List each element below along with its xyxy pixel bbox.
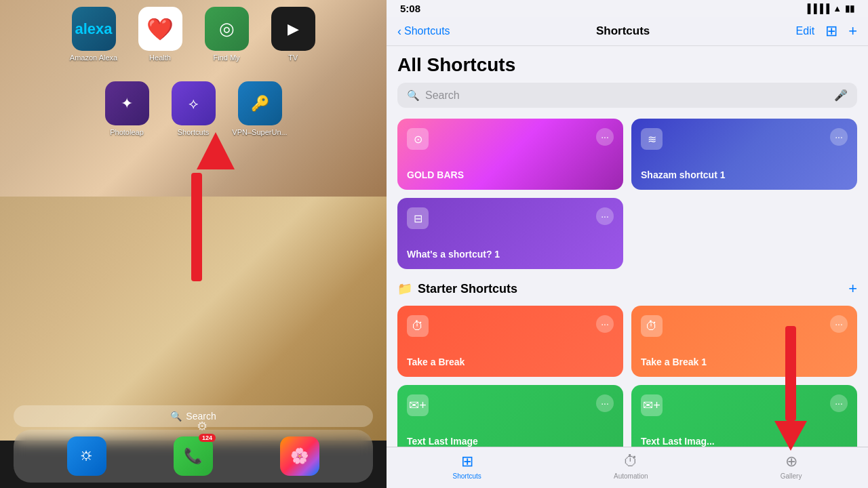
dock-phone[interactable]: 📞 124 (174, 436, 213, 476)
app-findmy[interactable]: ◎ Find My (199, 7, 254, 62)
tab-bar: ⊞ Shortcuts ⏱ Automation ⊕ Gallery (387, 447, 868, 488)
wifi-icon: ▲ (833, 3, 842, 14)
take-break1-icon: ⏱ (641, 315, 663, 337)
shortcuts-tab-label: Shortcuts (453, 472, 481, 480)
phone-dock: ⛭ 📞 124 🌸 (14, 430, 373, 483)
shortcut-text-last-1[interactable]: ✉+ ··· Text Last Imag... (631, 385, 857, 447)
shazam-app-icon: ≋ (641, 128, 663, 150)
shortcuts-panel: 5:08 ▐▐▐▐ ▲ ▮▮ ‹ Shortcuts Shortcuts Edi… (387, 0, 868, 488)
status-time: 5:08 (400, 3, 420, 14)
nav-title: Shortcuts (596, 24, 650, 38)
back-chevron-icon: ‹ (397, 24, 401, 39)
take-break-title: Take a Break (407, 357, 614, 367)
text-last1-more-button[interactable]: ··· (830, 394, 848, 412)
shortcut-take-break-1[interactable]: ⏱ ··· Take a Break 1 (631, 306, 857, 377)
search-icon: 🔍 (407, 89, 420, 102)
shortcut-whats[interactable]: ⊟ ··· What's a shortcut? 1 (397, 198, 623, 269)
phone-search-label: Search (186, 411, 216, 422)
search-bar[interactable]: 🔍 Search 🎤 (397, 83, 857, 108)
compass-icon: ⊙ (414, 133, 422, 146)
search-placeholder: Search (425, 89, 829, 102)
status-icons: ▐▐▐▐ ▲ ▮▮ (804, 3, 854, 14)
red-arrow-down (774, 326, 807, 451)
shortcut-shazam[interactable]: ≋ ··· Shazam shortcut 1 (631, 119, 857, 190)
starter-add-button[interactable]: + (848, 280, 857, 298)
starter-title: Starter Shortcuts (418, 282, 517, 296)
whats-title: What's a shortcut? 1 (407, 249, 614, 260)
tab-shortcuts[interactable]: ⊞ Shortcuts (453, 453, 481, 480)
wave-icon: ≋ (648, 133, 656, 146)
tab-gallery[interactable]: ⊕ Gallery (781, 453, 802, 480)
page-title: All Shortcuts (397, 46, 857, 83)
app-grid-row1: alexa Amazon Alexa ❤️ Health ◎ Find My ▶ (14, 7, 373, 62)
tab-automation[interactable]: ⏱ Automation (614, 453, 648, 480)
whats-app-icon: ⊟ (407, 207, 429, 229)
automation-tab-label: Automation (614, 472, 648, 480)
shortcuts-tab-icon: ⊞ (461, 453, 473, 470)
take-break-more-button[interactable]: ··· (596, 315, 614, 333)
dock-photos[interactable]: 🌸 (280, 436, 319, 476)
starter-header-left: 📁 Starter Shortcuts (397, 281, 517, 296)
shazam-title: Shazam shortcut 1 (641, 169, 848, 180)
text-last-icon: ✉+ (407, 394, 429, 416)
mic-icon[interactable]: 🎤 (834, 89, 848, 102)
phone-search-icon: 🔍 (170, 411, 182, 422)
phone-screenshot: alexa Amazon Alexa ❤️ Health ◎ Find My ▶ (0, 0, 387, 488)
nav-right-actions: Edit ⊞ + (796, 22, 857, 40)
app-health[interactable]: ❤️ Health (133, 7, 187, 62)
gallery-tab-label: Gallery (781, 472, 802, 480)
shortcut-take-break[interactable]: ⏱ ··· Take a Break (397, 306, 623, 377)
shortcut-text-last[interactable]: ✉+ ··· Text Last Image (397, 385, 623, 447)
take-break1-more-button[interactable]: ··· (830, 315, 848, 333)
edit-button[interactable]: Edit (796, 25, 815, 37)
gold-bars-title: GOLD BARS (407, 169, 614, 180)
app-alexa[interactable]: alexa Amazon Alexa (66, 7, 121, 62)
status-bar: 5:08 ▐▐▐▐ ▲ ▮▮ (387, 0, 868, 17)
app-photoleap[interactable]: ✦ Photoleap (100, 81, 154, 136)
app-grid-row2: ✦ Photoleap ⟡ Shortcuts 🔑 VPN–SuperUn... (14, 81, 373, 136)
gold-bars-more-button[interactable]: ··· (596, 128, 614, 146)
shazam-more-button[interactable]: ··· (830, 128, 848, 146)
app-vpn[interactable]: 🔑 VPN–SuperUn... (233, 81, 287, 136)
gold-bars-app-icon: ⊙ (407, 128, 429, 150)
whats-more-button[interactable]: ··· (596, 207, 614, 225)
shortcut-gold-bars[interactable]: ⊙ ··· GOLD BARS (397, 119, 623, 190)
starter-shortcuts-header: 📁 Starter Shortcuts + (397, 280, 857, 298)
gallery-tab-icon: ⊕ (785, 453, 797, 470)
take-break1-title: Take a Break 1 (641, 357, 848, 367)
nav-back-label: Shortcuts (404, 25, 450, 37)
text-last1-icon: ✉+ (641, 394, 663, 416)
app-shortcuts[interactable]: ⟡ Shortcuts (166, 81, 220, 136)
nav-back[interactable]: ‹ Shortcuts (397, 24, 450, 39)
stack-icon: ⊟ (414, 212, 422, 225)
add-shortcut-button[interactable]: + (848, 22, 857, 40)
timer-icon-2: ⏱ (646, 319, 658, 333)
battery-icon: ▮▮ (845, 3, 854, 14)
take-break-icon: ⏱ (407, 315, 429, 337)
grid-view-button[interactable]: ⊞ (825, 22, 837, 40)
text-last-title: Text Last Image (407, 436, 614, 447)
message-plus-icon-2: ✉+ (643, 398, 660, 413)
text-last-more-button[interactable]: ··· (596, 394, 614, 412)
phone-badge: 124 (199, 434, 216, 442)
starter-folder-icon: 📁 (397, 281, 412, 296)
dock-safari[interactable]: ⛭ (67, 436, 106, 476)
signal-bars-icon: ▐▐▐▐ (804, 3, 829, 14)
nav-bar: ‹ Shortcuts Shortcuts Edit ⊞ + (387, 17, 868, 46)
automation-tab-icon: ⏱ (623, 453, 638, 470)
app-tv[interactable]: ▶ TV (266, 7, 320, 62)
shortcuts-grid: ⊙ ··· GOLD BARS ≋ ··· Shazam shortcut 1 (397, 119, 857, 269)
text-last1-title: Text Last Imag... (641, 436, 848, 447)
message-plus-icon: ✉+ (409, 398, 427, 413)
timer-icon: ⏱ (412, 319, 424, 333)
